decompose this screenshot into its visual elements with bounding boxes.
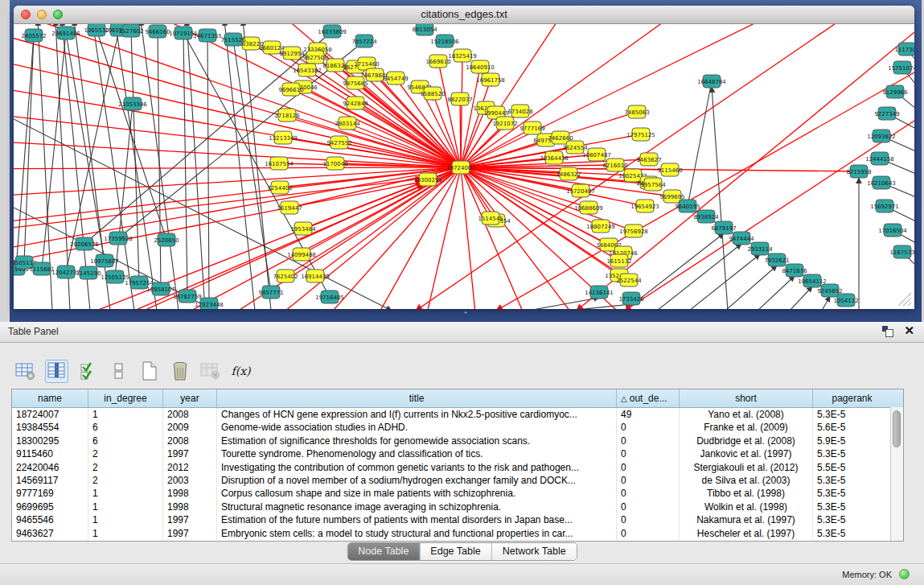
svg-text:9696610: 9696610 [278, 87, 303, 93]
tab-node-table[interactable]: Node Table [347, 543, 420, 560]
cell-in_degree: 2 [88, 447, 163, 460]
table-type-tabs: Node Table Edge Table Network Table [347, 542, 577, 561]
window-titlebar[interactable]: citations_edges.txt [14, 6, 914, 24]
tab-edge-table[interactable]: Edge Table [420, 543, 491, 560]
memory-status-indicator[interactable] [899, 569, 910, 579]
citation-network-graph[interactable]: 1872400716382208660124891295423226058982… [14, 24, 914, 309]
svg-text:9245652: 9245652 [817, 288, 842, 295]
svg-text:9129966: 9129966 [882, 89, 908, 96]
row-height-icon[interactable] [108, 360, 129, 382]
column-header-out-degree[interactable]: △out_de... [617, 389, 680, 407]
svg-text:9875685: 9875685 [343, 80, 368, 87]
svg-text:1921072: 1921072 [492, 121, 517, 127]
cell-in_degree: 2 [88, 461, 163, 474]
close-panel-icon[interactable]: ✕ [904, 323, 914, 338]
show-column-icon[interactable] [45, 360, 68, 383]
splitter-collapse-icon[interactable]: ⌃ [461, 311, 470, 319]
cell-out_degree: 0 [617, 421, 680, 434]
cell-year: 1997 [163, 513, 217, 526]
memory-status-label: Memory: OK [842, 570, 892, 579]
cell-name: 18300295 [12, 435, 88, 447]
svg-text:20364436: 20364436 [540, 155, 569, 162]
column-header-title[interactable]: title [217, 389, 617, 407]
table-settings-icon[interactable] [14, 360, 36, 382]
resize-grip-icon[interactable] [895, 290, 913, 307]
column-header-year[interactable]: year [163, 389, 217, 407]
cell-short: Nakamura et al. (1997) [680, 513, 813, 526]
cell-year: 2009 [163, 421, 217, 434]
table-row[interactable]: 946554611997Estimation of the future num… [12, 513, 903, 526]
delete-icon[interactable] [169, 360, 191, 382]
svg-text:1117304: 1117304 [894, 47, 914, 53]
cell-short: Franke et al. (2009) [680, 421, 813, 434]
svg-text:7254402: 7254402 [267, 185, 292, 192]
svg-text:8912954: 8912954 [279, 51, 305, 57]
svg-text:9957564: 9957564 [640, 182, 666, 188]
table-body[interactable]: 1872400712008Changes of HCN gene express… [12, 408, 903, 540]
svg-text:2520650: 2520650 [154, 237, 179, 244]
svg-text:7515526: 7515526 [220, 37, 246, 43]
svg-text:2803144: 2803144 [335, 121, 360, 127]
svg-text:15751074: 15751074 [888, 65, 914, 72]
cell-year: 2012 [163, 461, 217, 474]
table-row[interactable]: 2242004622012Investigating the contribut… [12, 461, 903, 474]
function-builder-icon[interactable]: f(x) [230, 360, 252, 382]
column-header-pagerank[interactable]: pagerank [813, 389, 891, 407]
table-row[interactable]: 1830029562008Estimation of significance … [12, 435, 903, 447]
cell-year: 1997 [163, 527, 217, 540]
network-canvas[interactable]: 1872400716382208660124891295423226058982… [14, 24, 914, 309]
svg-text:10688609: 10688609 [574, 205, 603, 212]
svg-text:7857224: 7857224 [351, 39, 377, 45]
new-table-icon[interactable] [138, 360, 160, 382]
column-header-name[interactable]: name [12, 389, 88, 407]
svg-text:8471676: 8471676 [782, 268, 807, 274]
cell-name: 9463627 [12, 527, 88, 540]
svg-text:10654112: 10654112 [798, 278, 827, 285]
cell-in_degree: 1 [88, 408, 163, 421]
table-row[interactable]: 911546021997Tourette syndrome. Phenomeno… [12, 447, 903, 460]
svg-text:1669610: 1669610 [425, 59, 450, 65]
network-window: citations_edges.txt 18724007163822086601… [14, 6, 914, 309]
cell-pagerank: 5.3E-5 [813, 513, 891, 526]
cell-out_degree: 0 [617, 474, 680, 487]
cell-pagerank: 5.3E-5 [813, 527, 891, 540]
table-panel-title: Table Panel [8, 326, 59, 337]
svg-text:1514545: 1514545 [478, 216, 503, 222]
cell-title: Tourette syndrome. Phenomenology and cla… [217, 447, 617, 460]
window-title: citations_edges.txt [14, 8, 914, 20]
table-row[interactable]: 977716911998Corpus callosum shape and si… [12, 487, 903, 500]
cell-pagerank: 5.3E-5 [813, 474, 891, 487]
svg-text:1990445: 1990445 [483, 110, 508, 117]
table-row[interactable]: 946362711997Embryonic stem cells: a mode… [12, 527, 903, 540]
cell-in_degree: 1 [88, 527, 163, 540]
svg-text:17975125: 17975125 [626, 132, 655, 138]
svg-text:18325419: 18325419 [448, 53, 477, 60]
cell-title: Embryonic stem cells: a model to study s… [217, 527, 617, 540]
table-row[interactable]: 969969511998Structural magnetic resonanc… [12, 501, 903, 513]
tab-network-table[interactable]: Network Table [492, 543, 577, 560]
cell-title: Changes of HCN gene expression and I(f) … [217, 408, 617, 421]
scrollbar-thumb[interactable] [893, 410, 901, 447]
cell-short: Jankovic et al. (1997) [680, 447, 813, 460]
column-header-short[interactable]: short [680, 389, 813, 407]
svg-text:1733426: 1733426 [618, 296, 644, 303]
column-header-in-degree[interactable]: in_degree [88, 389, 163, 407]
svg-text:15692971: 15692971 [870, 204, 899, 210]
cell-out_degree: 0 [617, 527, 680, 540]
svg-text:9777169: 9777169 [519, 126, 544, 132]
svg-text:14099488: 14099488 [287, 252, 316, 258]
svg-text:20206576: 20206576 [70, 241, 99, 248]
select-check-icon[interactable] [77, 360, 99, 382]
svg-text:18724007: 18724007 [446, 165, 475, 171]
svg-text:6879197: 6879197 [711, 225, 736, 232]
table-row[interactable]: 1456911722003Disruption of a novel membe… [12, 474, 903, 487]
svg-text:9466160: 9466160 [145, 29, 170, 35]
table-row[interactable]: 1938455462009Genome-wide association stu… [12, 421, 903, 434]
float-panel-icon[interactable] [882, 326, 893, 337]
cell-out_degree: 0 [617, 501, 680, 513]
svg-text:21053346: 21053346 [118, 101, 147, 108]
node-table: name in_degree year title △out_de... sho… [11, 389, 904, 542]
table-vertical-scrollbar[interactable] [890, 407, 903, 541]
table-row[interactable]: 1872400712008Changes of HCN gene express… [12, 408, 903, 421]
svg-text:10958107: 10958107 [146, 286, 175, 293]
